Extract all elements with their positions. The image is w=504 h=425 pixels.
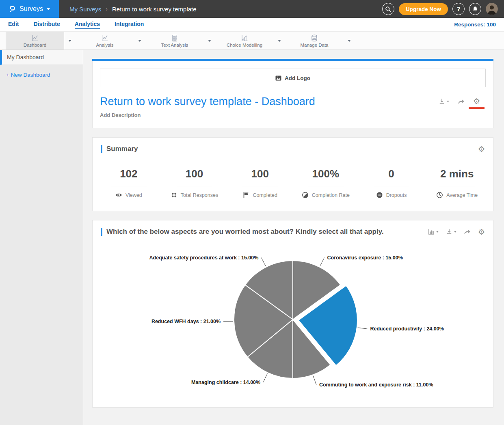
summary-settings-button[interactable]: ⚙ [478, 145, 485, 153]
stat-label: Completed [253, 192, 277, 198]
dashboard-header-card: Add Logo Return to work survey template … [92, 61, 493, 128]
toolbar-analysis-caret[interactable] [134, 32, 145, 50]
chevron-down-icon [47, 8, 50, 10]
help-button[interactable]: ? [452, 3, 465, 15]
tab-integration[interactable]: Integration [115, 21, 144, 29]
toolbar-analysis[interactable]: Analysis [76, 32, 134, 50]
flag-icon [242, 192, 249, 198]
search-button[interactable] [382, 3, 394, 15]
pie-label-reduced-wfh-days: Reduced WFH days : 21.00% [151, 319, 221, 324]
chevron-down-icon [447, 101, 449, 102]
pie-leader-line [263, 373, 267, 382]
stat-total-responses: 100Total Responses [162, 168, 227, 198]
pie-label-coronavirus-exposure: Coronavirus exposure : 15.00% [327, 255, 403, 261]
eye-icon [115, 192, 122, 198]
toolbar-manage-data-caret[interactable] [344, 32, 355, 50]
tab-distribute[interactable]: Distribute [33, 21, 60, 29]
stat-value: 100 [227, 168, 293, 180]
summary-title: Summary [106, 145, 138, 153]
stat-value: 100% [293, 168, 359, 180]
toolbar-manage-data[interactable]: Manage Data [285, 32, 344, 50]
chevron-down-icon [348, 40, 351, 42]
sidebar-item-my-dashboard[interactable]: My Dashboard [0, 50, 83, 65]
download-icon [438, 98, 446, 105]
chevron-down-icon [436, 231, 439, 233]
stat-label: Viewed [125, 192, 142, 198]
breadcrumb-my-surveys[interactable]: My Surveys [69, 6, 101, 13]
search-icon [385, 6, 391, 12]
divider [439, 186, 475, 186]
brand-menu[interactable]: Surveys [0, 0, 59, 18]
toolbar-label: Manage Data [300, 43, 328, 47]
share-icon [463, 229, 471, 235]
pie-label-reduced-productivity: Reduced productivity : 24.00% [370, 326, 444, 332]
stat-dropouts: 0Dropouts [359, 168, 424, 198]
chart-type-button[interactable] [428, 228, 439, 235]
add-description-button[interactable]: Add Description [100, 112, 486, 118]
accent-bar [101, 145, 102, 153]
pie-leader-line [313, 375, 316, 385]
toolbar-text-analysis[interactable]: Text Analysis [145, 32, 204, 50]
toolbar-choice-modelling-caret[interactable] [274, 32, 285, 50]
database-icon [310, 34, 318, 42]
toolbar-text-analysis-caret[interactable] [204, 32, 215, 50]
bell-icon [472, 6, 478, 12]
breadcrumb: My Surveys › Return to work survey templ… [69, 6, 197, 13]
scatter-chart-icon [240, 34, 249, 42]
toolbar-dashboard[interactable]: Dashboard [6, 32, 64, 50]
settings-button[interactable]: ⚙ [473, 97, 480, 105]
analytics-toolbar: DashboardAnalysisText AnalysisChoice Mod… [0, 32, 504, 50]
share-button[interactable] [457, 98, 465, 105]
chevron-down-icon [278, 40, 281, 42]
summary-stats: 102Viewed100Total Responses100Completed1… [93, 153, 493, 211]
gear-icon: ⚙ [478, 228, 485, 236]
stat-value: 0 [359, 168, 424, 180]
tab-analytics[interactable]: Analytics [75, 21, 100, 29]
question-title: Which of the below aspects are you worri… [106, 228, 384, 236]
breadcrumb-separator: › [106, 6, 108, 12]
divider [177, 186, 212, 186]
notifications-button[interactable] [469, 3, 481, 15]
add-logo-button[interactable]: Add Logo [100, 69, 486, 87]
minus-circle-icon [376, 192, 383, 198]
pie-leader-line [261, 258, 266, 266]
add-logo-label: Add Logo [285, 75, 310, 81]
pie-leader-line [320, 258, 324, 266]
survey-tab-bar: EditDistributeAnalyticsIntegration Respo… [0, 18, 504, 32]
toolbar-label: Analysis [96, 43, 114, 47]
pie-label-adequate-safety-procedures-at-work: Adequate safety procedures at work : 15.… [149, 255, 259, 261]
question-share-button[interactable] [463, 229, 471, 235]
gear-icon: ⚙ [473, 97, 480, 105]
stat-value: 102 [96, 168, 162, 180]
divider [308, 186, 344, 186]
questionpro-logo-icon [9, 5, 16, 13]
accent-bar [101, 228, 102, 236]
download-button[interactable] [438, 98, 449, 105]
pie-leader-line [223, 321, 233, 322]
document-grid-icon [171, 34, 179, 42]
stat-value: 2 mins [424, 168, 490, 180]
navbar-actions: Upgrade Now ? [382, 3, 504, 15]
upgrade-now-button[interactable]: Upgrade Now [399, 3, 448, 15]
question-settings-button[interactable]: ⚙ [478, 228, 485, 236]
download-icon [446, 228, 453, 235]
toolbar-dashboard-caret[interactable] [64, 32, 76, 50]
tab-edit[interactable]: Edit [8, 21, 19, 29]
stat-label: Total Responses [181, 192, 218, 198]
avatar[interactable] [486, 3, 498, 15]
line-chart-icon [101, 34, 109, 42]
pie-label-managing-childcare: Managing childcare : 14.00% [191, 380, 260, 385]
summary-card: Summary ⚙ 102Viewed100Total Responses100… [92, 137, 493, 211]
toolbar-choice-modelling[interactable]: Choice Modelling [215, 32, 274, 50]
question-mark-icon: ? [457, 6, 461, 12]
question-download-button[interactable] [446, 228, 456, 235]
divider [242, 186, 278, 186]
line-chart-icon [31, 34, 39, 42]
new-dashboard-button[interactable]: + New Dashboard [0, 65, 83, 85]
dots-grid-icon [171, 192, 177, 198]
toolbar-label: Text Analysis [161, 43, 188, 47]
toolbar-label: Dashboard [24, 43, 46, 47]
half-circle-icon [302, 192, 309, 198]
dashboard-content: Add Logo Return to work survey template … [83, 50, 504, 425]
tab-bar-items: EditDistributeAnalyticsIntegration [8, 21, 144, 29]
